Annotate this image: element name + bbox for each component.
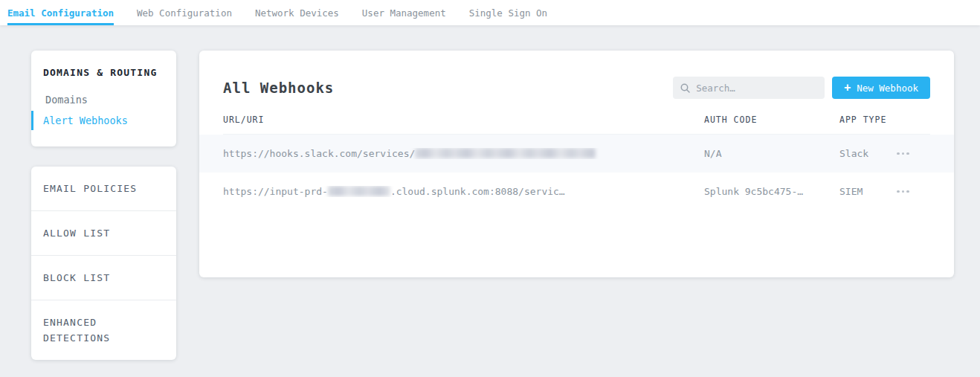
page-title: All Webhooks [223,80,334,96]
new-webhook-label: New Webhook [857,83,918,94]
webhook-url-cell: https://input-prd-.cloud.splunk.com:8088… [223,186,704,197]
new-webhook-button[interactable]: + New Webhook [832,77,930,99]
sidebar: DOMAINS & ROUTING Domains Alert Webhooks… [31,51,176,360]
webhooks-header: All Webhooks + New Webhook [223,77,930,99]
url-text: https://input-prd- [223,186,328,197]
sidebar-item-domains[interactable]: Domains [31,90,176,109]
top-nav: Email Configuration Web Configuration Ne… [0,0,980,25]
tab-network-devices[interactable]: Network Devices [255,0,339,25]
sidebar-item-block-list[interactable]: BLOCK LIST [31,256,176,300]
column-header-url: URL/URI [223,115,704,125]
column-header-app-type: APP TYPE [839,115,895,125]
sidebar-item-allow-list[interactable]: ALLOW LIST [31,211,176,256]
app-type-cell: Slack [839,148,895,159]
row-actions-menu-icon[interactable] [895,148,911,160]
auth-code-cell: N/A [704,148,839,159]
search-icon [680,83,690,93]
domains-routing-card: DOMAINS & ROUTING Domains Alert Webhooks [31,51,176,146]
domains-routing-heading: DOMAINS & ROUTING [31,67,176,78]
webhook-url-cell: https://hooks.slack.com/services/ [223,148,704,159]
tab-email-configuration[interactable]: Email Configuration [7,0,114,25]
page-content: DOMAINS & ROUTING Domains Alert Webhooks… [0,25,980,360]
url-text: https://hooks.slack.com/services/ [223,148,415,159]
url-text: .cloud.splunk.com:8088/servic… [390,186,565,197]
row-actions-menu-icon[interactable] [895,186,911,198]
tab-web-configuration[interactable]: Web Configuration [137,0,232,25]
sidebar-item-email-policies[interactable]: EMAIL POLICIES [31,167,176,211]
redacted-url-segment [415,148,596,158]
plus-icon: + [844,81,851,94]
tab-user-management[interactable]: User Management [362,0,446,25]
search-box [673,77,825,99]
auth-code-cell: Splunk 9c5bc475-… [704,186,839,197]
sidebar-item-enhanced-detections[interactable]: ENHANCED DETECTIONS [31,300,176,360]
search-input[interactable] [696,83,817,94]
column-header-auth-code: AUTH CODE [704,115,839,125]
table-row: https://hooks.slack.com/services/ N/A Sl… [199,135,954,173]
redacted-url-segment [328,186,390,196]
table-row: https://input-prd-.cloud.splunk.com:8088… [223,173,930,210]
sidebar-section-list: EMAIL POLICIES ALLOW LIST BLOCK LIST ENH… [31,167,176,360]
tab-single-sign-on[interactable]: Single Sign On [469,0,547,25]
sidebar-item-alert-webhooks[interactable]: Alert Webhooks [31,111,176,130]
table-header-row: URL/URI AUTH CODE APP TYPE [223,103,930,135]
app-type-cell: SIEM [839,186,895,197]
webhooks-panel: All Webhooks + New Webhook URL/URI AUTH … [199,51,954,277]
webhooks-table: URL/URI AUTH CODE APP TYPE https://hooks… [223,103,930,210]
